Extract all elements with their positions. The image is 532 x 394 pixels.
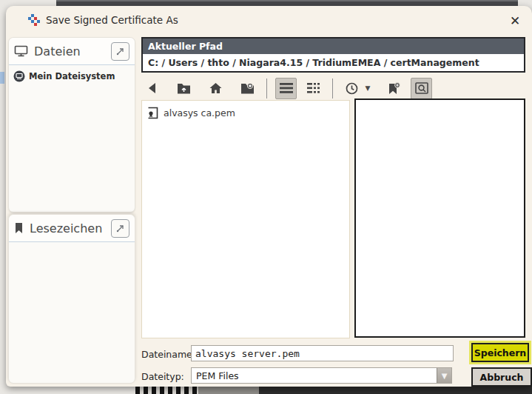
sidebar-item-mein-dateisystem[interactable]: Mein Dateisystem: [9, 65, 135, 87]
folder-add-icon: [240, 82, 255, 94]
folder-up-icon: [177, 82, 191, 94]
bookmark-icon: [14, 222, 24, 234]
file-toolbar: ▼: [141, 77, 432, 99]
preview-pane: [354, 98, 525, 338]
niagara-logo-icon: [28, 14, 40, 26]
history-dropdown-icon[interactable]: ▼: [363, 79, 373, 98]
files-popout-button[interactable]: [111, 42, 129, 61]
title-bar[interactable]: Save Signed Certificate As ✕: [6, 6, 532, 34]
toolbar-separator: [266, 79, 267, 98]
toolbar-separator: [332, 79, 333, 98]
certificate-icon: [147, 107, 158, 119]
bookmarks-panel-label: Lesezeichen: [30, 221, 111, 236]
filename-input[interactable]: [191, 345, 454, 361]
background-window-bottom-edge: [198, 387, 259, 394]
monitor-icon: [14, 45, 28, 57]
home-button[interactable]: [205, 78, 226, 99]
files-panel-header[interactable]: Dateien: [9, 38, 135, 65]
close-icon[interactable]: ✕: [507, 13, 523, 29]
chevron-down-icon[interactable]: ▼: [437, 368, 451, 383]
bookmarks-panel-header[interactable]: Lesezeichen: [9, 215, 135, 242]
save-certificate-dialog: Save Signed Certificate As ✕ Dateien: [6, 6, 532, 387]
new-folder-button[interactable]: [237, 78, 258, 99]
bookmark-add-button[interactable]: [383, 78, 405, 99]
clock-icon: [346, 82, 358, 95]
back-icon: [147, 82, 158, 94]
up-level-button[interactable]: [173, 78, 195, 99]
current-path-header: Aktueller Pfad: [143, 39, 524, 54]
bookmarks-popout-button[interactable]: [111, 219, 129, 238]
background-window-fragment: [0, 72, 4, 84]
cancel-button[interactable]: Abbruch: [471, 367, 532, 387]
preview-button[interactable]: [411, 78, 432, 99]
filetype-select[interactable]: PEM Files ▼: [191, 367, 452, 384]
file-list[interactable]: alvasys ca.pem: [141, 100, 350, 338]
table-view-button[interactable]: [303, 78, 324, 99]
dialog-title: Save Signed Certificate As: [46, 14, 178, 26]
files-panel-label: Dateien: [34, 44, 111, 59]
list-view-icon: [280, 83, 293, 93]
bookmarks-panel: Lesezeichen: [8, 214, 135, 384]
filename-label: Dateiname:: [141, 349, 195, 360]
home-icon: [209, 82, 222, 94]
list-view-button[interactable]: [275, 78, 297, 99]
file-name: alvasys ca.pem: [164, 107, 235, 118]
files-panel: Dateien Mein Dateisystem: [8, 37, 135, 213]
filetype-value: PEM Files: [192, 370, 437, 381]
sidebar-item-label: Mein Dateisystem: [29, 71, 115, 81]
table-view-icon: [307, 83, 320, 93]
current-path-box: Aktueller Pfad C: / Users / thto / Niaga…: [141, 37, 525, 73]
filetype-label: Dateityp:: [141, 371, 184, 382]
file-item[interactable]: alvasys ca.pem: [142, 101, 349, 125]
save-button[interactable]: Speichern: [471, 343, 529, 362]
background-window-bottom-pattern: [135, 387, 198, 394]
search-preview-icon: [415, 82, 428, 94]
back-button[interactable]: [141, 78, 163, 99]
background-window-bottom-edge: [259, 387, 532, 394]
history-button[interactable]: [341, 78, 363, 99]
bookmark-add-icon: [388, 82, 400, 95]
current-path-value[interactable]: C: / Users / thto / Niagara4.15 / Tridiu…: [143, 54, 524, 71]
computer-circle-icon: [13, 70, 25, 82]
